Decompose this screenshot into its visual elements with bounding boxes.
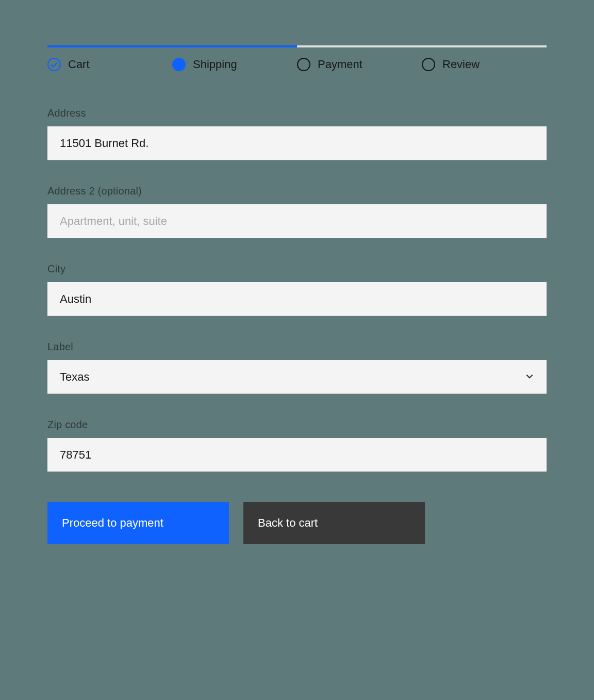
step-review[interactable]: Review [422, 58, 547, 71]
state-label: Label [47, 341, 547, 353]
step-payment[interactable]: Payment [297, 58, 422, 71]
svg-point-0 [48, 58, 60, 71]
state-value: Texas [60, 370, 89, 384]
progress-seg-cart [47, 45, 172, 47]
field-state: Label Texas [47, 341, 547, 394]
zip-input[interactable] [47, 438, 547, 472]
svg-point-1 [172, 58, 186, 71]
city-input[interactable] [47, 282, 547, 316]
progress-steps: Cart Shipping Payment R [47, 58, 547, 71]
address-label: Address [47, 107, 547, 119]
svg-point-2 [298, 58, 310, 71]
current-step-icon [172, 58, 186, 71]
incomplete-step-icon [297, 58, 310, 71]
progress-seg-review [422, 45, 547, 47]
incomplete-step-icon [422, 58, 435, 71]
field-address: Address [47, 107, 547, 160]
state-select[interactable]: Texas [47, 360, 547, 394]
step-label: Shipping [193, 58, 237, 71]
step-shipping[interactable]: Shipping [172, 58, 297, 71]
checkmark-circle-icon [47, 58, 61, 71]
step-label: Cart [68, 58, 90, 71]
city-label: City [47, 263, 547, 275]
address2-input[interactable] [47, 204, 547, 238]
field-address2: Address 2 (optional) [47, 185, 547, 238]
field-zip: Zip code [47, 419, 547, 472]
progress-seg-payment [297, 45, 422, 47]
back-button[interactable]: Back to cart [243, 502, 425, 544]
chevron-down-icon [525, 370, 534, 384]
button-row: Proceed to payment Back to cart [47, 502, 547, 544]
zip-label: Zip code [47, 419, 547, 431]
field-city: City [47, 263, 547, 316]
progress-bar [47, 45, 547, 47]
step-cart[interactable]: Cart [47, 58, 172, 71]
step-label: Review [442, 58, 480, 71]
svg-point-3 [422, 58, 435, 71]
address-input[interactable] [47, 126, 547, 160]
checkout-form: Cart Shipping Payment R [47, 45, 547, 544]
proceed-button[interactable]: Proceed to payment [47, 502, 229, 544]
progress-seg-shipping [172, 45, 297, 47]
address2-label: Address 2 (optional) [47, 185, 547, 197]
step-label: Payment [318, 58, 362, 71]
